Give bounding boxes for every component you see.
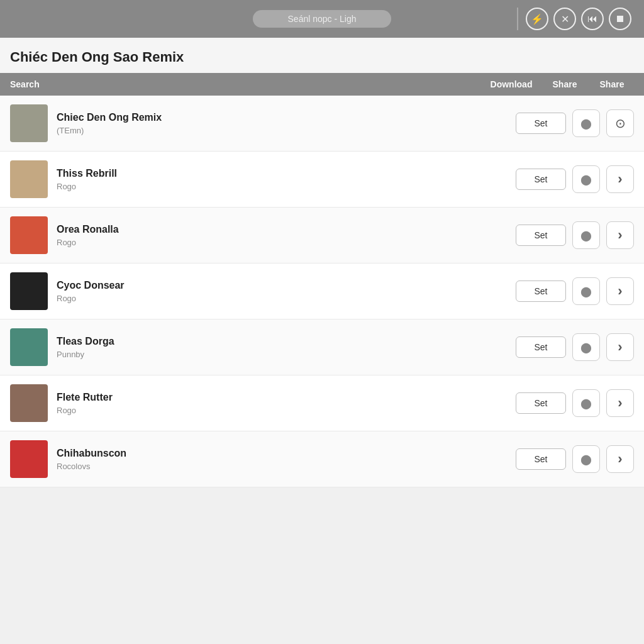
prev-icon-btn[interactable]: ⏮ xyxy=(581,8,604,30)
share-dot-button[interactable] xyxy=(572,333,600,361)
track-actions: Set xyxy=(516,165,634,193)
action-button[interactable] xyxy=(606,277,634,305)
track-title: Thiss Rebrill xyxy=(57,168,516,179)
share-dot-button[interactable] xyxy=(572,165,600,193)
track-item: Cyoc Donsear Rogo Set xyxy=(0,264,644,319)
top-divider xyxy=(517,8,518,30)
track-title: Chiec Den Ong Remix xyxy=(57,112,516,123)
set-button[interactable]: Set xyxy=(516,392,566,414)
share-dot-button[interactable] xyxy=(572,109,600,137)
track-actions: Set xyxy=(516,333,634,361)
page-title: Chiéc Den Ong Sao Remix xyxy=(0,38,644,73)
action-button[interactable] xyxy=(606,333,634,361)
track-item: Orea Ronalla Rogo Set xyxy=(0,208,644,264)
track-list: Chiec Den Ong Remix (TEmn) Set Thiss Reb… xyxy=(0,96,644,487)
track-info: Tleas Dorga Punnby xyxy=(57,336,516,359)
col-search-label: Search xyxy=(10,79,483,89)
set-button[interactable]: Set xyxy=(516,225,566,246)
track-title: Tleas Dorga xyxy=(57,336,516,347)
track-info: Thiss Rebrill Rogo xyxy=(57,168,516,191)
table-header: Search Download Share Share xyxy=(0,73,644,96)
share-dot-button[interactable] xyxy=(572,445,600,473)
stop-icon-btn[interactable]: ⏹ xyxy=(609,8,631,30)
track-actions: Set xyxy=(516,277,634,305)
track-item: Tleas Dorga Punnby Set xyxy=(0,319,644,375)
track-info: Chiec Den Ong Remix (TEmn) xyxy=(57,112,516,135)
track-thumb xyxy=(10,384,48,422)
col-share2-label: Share xyxy=(590,79,634,89)
set-button[interactable]: Set xyxy=(516,169,566,190)
track-info: Cyoc Donsear Rogo xyxy=(57,280,516,303)
track-thumb xyxy=(10,216,48,254)
track-actions: Set xyxy=(516,445,634,473)
track-info: Orea Ronalla Rogo xyxy=(57,224,516,247)
track-subtitle: Rogo xyxy=(57,238,516,247)
action-button[interactable] xyxy=(606,389,634,417)
track-subtitle: (TEmn) xyxy=(57,126,516,135)
col-share1-label: Share xyxy=(540,79,590,89)
track-info: Chihabunscon Rocolovs xyxy=(57,448,516,471)
close-icon-btn[interactable]: ✕ xyxy=(553,8,576,30)
track-title: Cyoc Donsear xyxy=(57,280,516,291)
track-subtitle: Punnby xyxy=(57,350,516,359)
track-subtitle: Rogo xyxy=(57,182,516,191)
track-title: Chihabunscon xyxy=(57,448,516,459)
share-dot-button[interactable] xyxy=(572,221,600,249)
flash-icon-btn[interactable]: ⚡ xyxy=(526,8,548,30)
track-thumb xyxy=(10,440,48,478)
top-icons: ⚡ ✕ ⏮ ⏹ xyxy=(514,8,631,30)
track-info: Flete Rutter Rogo xyxy=(57,392,516,415)
track-actions: Set xyxy=(516,109,634,137)
action-button[interactable] xyxy=(606,221,634,249)
track-item: Thiss Rebrill Rogo Set xyxy=(0,152,644,208)
action-button[interactable] xyxy=(606,165,634,193)
set-button[interactable]: Set xyxy=(516,280,566,302)
track-actions: Set xyxy=(516,389,634,417)
track-title: Orea Ronalla xyxy=(57,224,516,235)
col-download-label: Download xyxy=(483,79,540,89)
search-pill[interactable]: Seánl nopc - Ligh xyxy=(253,10,391,28)
set-button[interactable]: Set xyxy=(516,336,566,358)
set-button[interactable]: Set xyxy=(516,448,566,470)
share-dot-button[interactable] xyxy=(572,277,600,305)
share-dot-button[interactable] xyxy=(572,389,600,417)
action-button[interactable] xyxy=(606,109,634,137)
track-thumb xyxy=(10,272,48,310)
track-subtitle: Rogo xyxy=(57,406,516,415)
track-title: Flete Rutter xyxy=(57,392,516,403)
top-bar: Seánl nopc - Ligh ⚡ ✕ ⏮ ⏹ xyxy=(0,0,644,38)
track-actions: Set xyxy=(516,221,634,249)
track-subtitle: Rocolovs xyxy=(57,462,516,471)
action-button[interactable] xyxy=(606,445,634,473)
track-item: Flete Rutter Rogo Set xyxy=(0,375,644,431)
track-thumb xyxy=(10,104,48,142)
track-item: Chihabunscon Rocolovs Set xyxy=(0,431,644,487)
set-button[interactable]: Set xyxy=(516,113,566,134)
track-subtitle: Rogo xyxy=(57,294,516,303)
track-item: Chiec Den Ong Remix (TEmn) Set xyxy=(0,96,644,152)
track-thumb xyxy=(10,160,48,198)
track-thumb xyxy=(10,328,48,366)
